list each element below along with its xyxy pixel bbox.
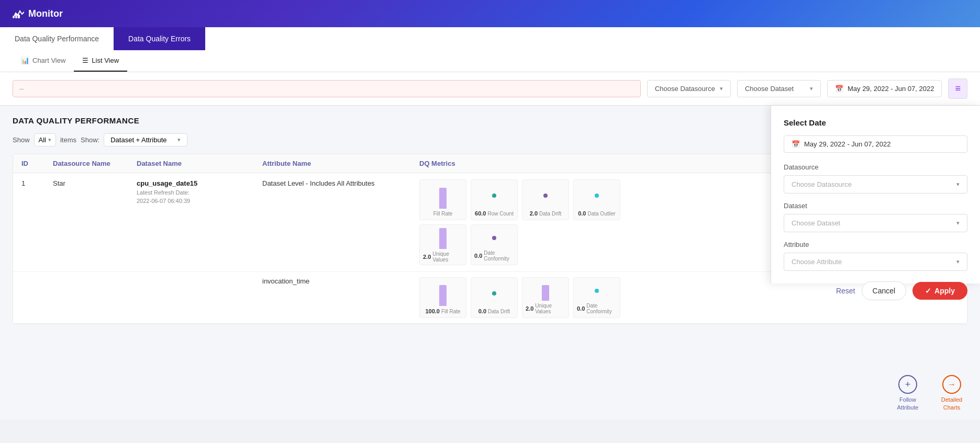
panel-datasource-label: Datasource <box>784 163 967 171</box>
row-dataset-name: cpu_usage_date15 <box>137 179 262 187</box>
dataset-dropdown[interactable]: Choose Dataset ▾ <box>737 80 821 97</box>
panel-title: Select Date <box>784 118 967 127</box>
col-attribute: Attribute Name <box>262 160 419 167</box>
detailed-charts-label: Detailed Charts <box>936 396 967 411</box>
fill-rate-chart <box>439 183 447 209</box>
calendar-icon: 📅 <box>835 85 843 93</box>
inv-unique-values[interactable]: 2.0 Unique Values <box>522 277 569 318</box>
tab-dqe[interactable]: Data Quality Errors <box>114 27 205 50</box>
data-outlier-chart <box>595 183 599 208</box>
datasource-chevron-icon: ▾ <box>720 85 723 92</box>
panel-actions: Reset Cancel ✓ Apply <box>784 281 967 300</box>
unique-values-value: 2.0 <box>423 254 431 260</box>
fill-rate-label: Fill Rate <box>433 211 453 217</box>
tab-dqp[interactable]: Data Quality Performance <box>0 27 114 50</box>
metric-row-count[interactable]: 60.0 Row Count <box>471 179 518 220</box>
panel-date-button[interactable]: 📅 May 29, 2022 - Jun 07, 2022 <box>784 135 967 153</box>
follow-attribute-icon: + <box>898 375 917 394</box>
row-id: 1 <box>21 179 53 187</box>
row-datasource: Star <box>53 179 137 187</box>
show-mode-chevron-icon: ▾ <box>177 137 181 143</box>
invocation-attribute: invocation_time <box>262 277 419 285</box>
inv-unique-values-value: 2.0 <box>526 305 533 312</box>
unique-values-bar <box>439 228 447 249</box>
datasource-dropdown[interactable]: Choose Datasource ▾ <box>647 80 731 97</box>
row-dataset-cell: cpu_usage_date15 Latest Refresh Date: 20… <box>137 179 262 204</box>
inv-fill-rate-value: 100.0 <box>425 308 440 314</box>
filter-settings-button[interactable]: ≡ <box>948 78 967 99</box>
panel-dataset-dropdown[interactable]: Choose Dataset ▾ <box>784 214 967 232</box>
chart-view-icon: 📊 <box>21 56 29 64</box>
search-input[interactable] <box>13 80 641 97</box>
inv-date-conformity-value: 0.0 <box>577 305 585 312</box>
items-count-dropdown[interactable]: All ▾ <box>34 133 56 146</box>
inv-unique-values-label: Unique Values <box>535 303 565 314</box>
show-label: Show <box>13 136 30 144</box>
row-count-chart <box>492 183 496 208</box>
filter-overlay-panel: Select Date 📅 May 29, 2022 - Jun 07, 202… <box>771 106 980 283</box>
panel-attribute-dropdown[interactable]: Choose Attribute ▾ <box>784 253 967 271</box>
detailed-charts-button[interactable]: → Detailed Charts <box>936 375 967 411</box>
row-refresh-date: 2022-06-07 06:40:39 <box>137 198 262 204</box>
panel-datasource-dropdown[interactable]: Choose Datasource ▾ <box>784 175 967 194</box>
row-count-value: 60.0 <box>475 210 486 217</box>
inv-data-drift[interactable]: 0.0 Data Drift <box>471 277 518 318</box>
data-drift-label: Data Drift <box>539 211 561 217</box>
inv-date-conformity[interactable]: 0.0 Date Conformity <box>573 277 620 318</box>
cancel-button[interactable]: Cancel <box>862 281 907 300</box>
panel-calendar-icon: 📅 <box>792 140 800 148</box>
date-conformity-value: 0.0 <box>474 253 482 259</box>
reset-button[interactable]: Reset <box>836 287 855 295</box>
col-dataset: Dataset Name <box>137 160 262 167</box>
detailed-charts-icon: → <box>942 375 961 394</box>
unique-values-chart <box>439 228 447 249</box>
dataset-chevron-icon: ▾ <box>810 85 813 92</box>
panel-attribute-chevron-icon: ▾ <box>956 258 960 265</box>
date-conformity-chart <box>492 228 496 248</box>
panel-datasource-chevron-icon: ▾ <box>956 181 960 188</box>
col-datasource: Datasource Name <box>53 160 137 167</box>
panel-dataset-chevron-icon: ▾ <box>956 220 960 226</box>
apply-button[interactable]: ✓ Apply <box>912 282 967 300</box>
metric-data-drift[interactable]: 2.0 Data Drift <box>522 179 569 220</box>
bottom-actions: + Follow Attribute → Detailed Charts <box>892 375 967 411</box>
inv-fill-rate[interactable]: 100.0 Fill Rate <box>419 277 466 318</box>
row-attribute: Dataset Level - Includes All Attributes <box>262 179 419 187</box>
data-outlier-label: Data Outlier <box>587 211 615 217</box>
sub-tab-chart[interactable]: 📊 Chart View <box>13 50 74 72</box>
items-label: items <box>60 136 76 144</box>
metric-fill-rate[interactable]: Fill Rate <box>419 179 466 220</box>
unique-values-label: Unique Values <box>432 251 463 263</box>
metric-date-conformity[interactable]: 0.0 Date Conformity <box>471 224 518 265</box>
sub-tab-list[interactable]: ☰ List View <box>74 50 127 72</box>
panel-dataset-label: Dataset <box>784 202 967 210</box>
sub-tab-bar: 📊 Chart View ☰ List View <box>0 50 980 72</box>
date-conformity-label: Date Conformity <box>484 250 514 262</box>
show-mode-dropdown[interactable]: Dataset + Attribute ▾ <box>104 133 187 146</box>
metric-unique-values[interactable]: 2.0 Unique Values <box>419 224 466 265</box>
col-id: ID <box>21 160 53 167</box>
app-name: Monitor <box>28 8 63 19</box>
tab-bar: Data Quality Performance Data Quality Er… <box>0 27 980 50</box>
svg-rect-1 <box>15 14 17 18</box>
follow-attribute-button[interactable]: + Follow Attribute <box>892 375 923 411</box>
row-count-label: Row Count <box>487 211 513 217</box>
inv-data-drift-value: 0.0 <box>478 308 486 314</box>
date-conformity-dot <box>492 236 496 240</box>
date-range-button[interactable]: 📅 May 29, 2022 - Jun 07, 2022 <box>827 80 942 97</box>
inv-fill-rate-bar <box>439 285 447 306</box>
inv-fill-rate-label: Fill Rate <box>441 309 461 314</box>
row-count-dot <box>492 194 496 198</box>
data-outlier-value: 0.0 <box>578 210 586 217</box>
logo-icon <box>13 9 24 18</box>
row-refresh-label: Latest Refresh Date: <box>137 189 262 196</box>
metric-data-outlier[interactable]: 0.0 Data Outlier <box>573 179 620 220</box>
panel-attribute-label: Attribute <box>784 241 967 248</box>
svg-rect-2 <box>18 15 20 18</box>
svg-rect-0 <box>13 16 15 18</box>
inv-date-conformity-label: Date Conformity <box>586 303 617 314</box>
app-header: Monitor <box>0 0 980 27</box>
filter-lines-icon: ≡ <box>955 83 961 94</box>
main-content: DATA QUALITY PERFORMANCE Show All ▾ item… <box>0 106 980 419</box>
list-view-icon: ☰ <box>82 56 88 64</box>
